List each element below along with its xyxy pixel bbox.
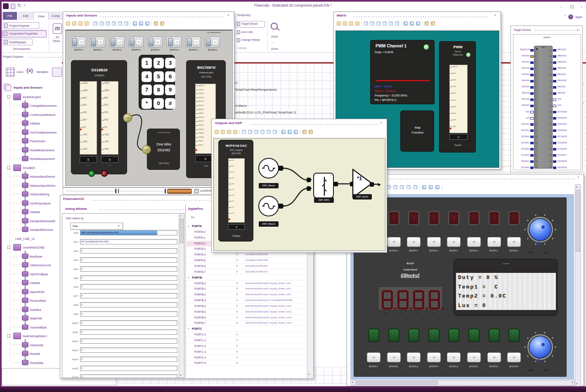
svg-text:*1: *1	[357, 175, 362, 181]
